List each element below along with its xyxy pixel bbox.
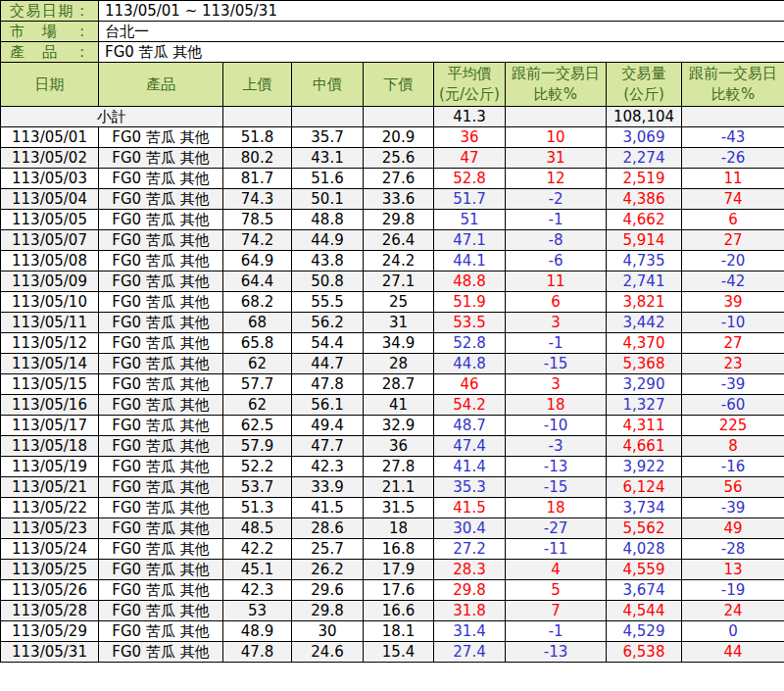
cell-product: FG0 苦瓜 其他 [99,230,223,251]
cell-avg-change: 3 [506,374,607,395]
cell-product: FG0 苦瓜 其他 [99,148,223,169]
col-header-mid-price: 中價 [292,63,364,107]
cell-volume: 4,544 [607,601,682,621]
cell-volume: 3,290 [607,374,682,395]
table-row: 113/05/16FG0 苦瓜 其他6256.14154.2181,327-60 [1,395,784,416]
cell-mid-price: 55.5 [292,292,364,313]
cell-high-price: 51.8 [223,127,292,148]
product-value: FG0 苦瓜 其他 [99,42,784,63]
cell-volume: 3,821 [607,292,682,313]
cell-low-price: 36 [364,436,434,457]
cell-date: 113/05/17 [1,416,99,436]
cell-low-price: 16.8 [364,539,434,560]
cell-low-price: 18 [364,518,434,539]
cell-avg-price: 51 [434,210,506,230]
cell-volume: 6,124 [607,477,682,498]
cell-avg-change: -11 [506,539,607,560]
cell-date: 113/05/01 [1,127,99,148]
cell-avg-price: 51.7 [434,189,506,210]
cell-avg-price: 52.8 [434,169,506,189]
cell-product: FG0 苦瓜 其他 [99,560,223,580]
cell-high-price: 68 [223,313,292,333]
cell-mid-price: 44.9 [292,230,364,251]
cell-vol-change: 11 [682,169,784,189]
cell-avg-change: 31 [506,148,607,169]
cell-high-price: 62.5 [223,416,292,436]
col-header-product: 產品 [99,63,223,107]
cell-avg-change: -1 [506,333,607,354]
cell-mid-price: 49.4 [292,416,364,436]
cell-mid-price: 48.8 [292,210,364,230]
table-row: 113/05/26FG0 苦瓜 其他42.329.617.629.853,674… [1,580,784,601]
cell-avg-price: 47.4 [434,436,506,457]
cell-avg-change: 12 [506,169,607,189]
table-row: 113/05/29FG0 苦瓜 其他48.93018.131.4-14,5290 [1,621,784,642]
cell-volume: 4,662 [607,210,682,230]
cell-date: 113/05/08 [1,251,99,271]
cell-volume: 4,386 [607,189,682,210]
table-row: 113/05/07FG0 苦瓜 其他74.244.926.447.1-85,91… [1,230,784,251]
cell-product: FG0 苦瓜 其他 [99,354,223,374]
cell-volume: 2,274 [607,148,682,169]
cell-high-price: 48.9 [223,621,292,642]
cell-product: FG0 苦瓜 其他 [99,498,223,518]
cell-vol-change: 56 [682,477,784,498]
cell-product: FG0 苦瓜 其他 [99,210,223,230]
cell-avg-price: 52.8 [434,333,506,354]
cell-avg-price: 36 [434,127,506,148]
cell-date: 113/05/09 [1,271,99,292]
cell-avg-change: -27 [506,518,607,539]
cell-high-price: 48.5 [223,518,292,539]
cell-volume: 4,028 [607,539,682,560]
cell-mid-price: 29.6 [292,580,364,601]
cell-avg-price: 28.3 [434,560,506,580]
cell-date: 113/05/04 [1,189,99,210]
cell-high-price: 53.7 [223,477,292,498]
cell-low-price: 17.6 [364,580,434,601]
cell-volume: 4,370 [607,333,682,354]
market-value: 台北一 [99,22,784,42]
cell-high-price: 81.7 [223,169,292,189]
trade-date-label: 交易日期： [1,1,99,22]
cell-vol-change: 225 [682,416,784,436]
cell-vol-change: -42 [682,271,784,292]
cell-mid-price: 50.1 [292,189,364,210]
cell-avg-price: 41.5 [434,498,506,518]
cell-mid-price: 47.7 [292,436,364,457]
cell-low-price: 24.2 [364,251,434,271]
cell-mid-price: 47.8 [292,374,364,395]
cell-date: 113/05/14 [1,354,99,374]
cell-date: 113/05/19 [1,457,99,477]
cell-date: 113/05/22 [1,498,99,518]
table-row: 113/05/22FG0 苦瓜 其他51.341.531.541.5183,73… [1,498,784,518]
cell-high-price: 57.7 [223,374,292,395]
cell-avg-price: 51.9 [434,292,506,313]
table-row: 113/05/23FG0 苦瓜 其他48.528.61830.4-275,562… [1,518,784,539]
table-body: 113/05/01FG0 苦瓜 其他51.835.720.936103,069-… [1,127,784,663]
cell-volume: 1,327 [607,395,682,416]
cell-date: 113/05/24 [1,539,99,560]
header-row: 日期 產品 上價 中價 下價 平均價 (元/公斤) 跟前一交易日 比較% 交易量… [1,63,784,107]
cell-product: FG0 苦瓜 其他 [99,127,223,148]
cell-volume: 3,674 [607,580,682,601]
cell-product: FG0 苦瓜 其他 [99,189,223,210]
cell-volume: 5,562 [607,518,682,539]
cell-low-price: 27.8 [364,457,434,477]
table-row: 113/05/08FG0 苦瓜 其他64.943.824.244.1-64,73… [1,251,784,271]
table-row: 113/05/24FG0 苦瓜 其他42.225.716.827.2-114,0… [1,539,784,560]
cell-date: 113/05/28 [1,601,99,621]
cell-high-price: 53 [223,601,292,621]
cell-product: FG0 苦瓜 其他 [99,333,223,354]
cell-volume: 5,914 [607,230,682,251]
cell-low-price: 32.9 [364,416,434,436]
cell-low-price: 16.6 [364,601,434,621]
cell-avg-change: 7 [506,601,607,621]
table-row: 113/05/11FG0 苦瓜 其他6856.23153.533,442-10 [1,313,784,333]
cell-avg-change: -15 [506,477,607,498]
cell-product: FG0 苦瓜 其他 [99,477,223,498]
table-row: 113/05/19FG0 苦瓜 其他52.242.327.841.4-133,9… [1,457,784,477]
subtotal-label-cell: 小計 [1,107,223,127]
cell-mid-price: 54.4 [292,333,364,354]
cell-low-price: 28 [364,354,434,374]
cell-high-price: 74.2 [223,230,292,251]
